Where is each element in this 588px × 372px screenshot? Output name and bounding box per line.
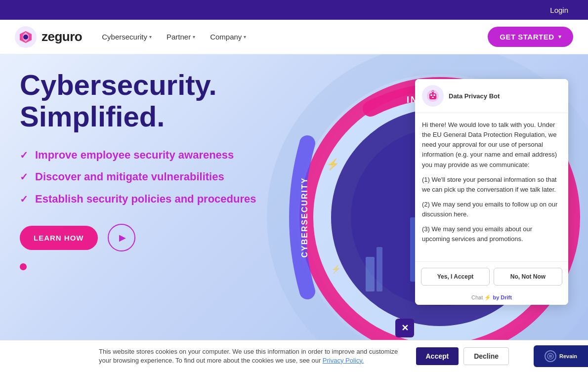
chat-accept-button[interactable]: Yes, I Accept	[421, 268, 490, 286]
nav-item-cybersecurity[interactable]: Cybersecurity ▾	[102, 33, 152, 41]
carousel-dot[interactable]	[20, 263, 27, 270]
revain-label: Revain	[559, 353, 577, 359]
svg-rect-29	[429, 93, 436, 99]
cookie-banner: This website stores cookies on your comp…	[0, 340, 588, 372]
drift-link[interactable]: by Drift	[493, 294, 512, 300]
logo-icon	[15, 26, 37, 48]
header: zeguro Cybersecurity ▾ Partner ▾ Company…	[0, 20, 588, 54]
feature-text-3: Establish security policies and procedur…	[35, 192, 256, 207]
hero-actions: LEARN HOW ▶	[20, 224, 306, 251]
svg-rect-32	[432, 97, 434, 98]
svg-rect-22	[366, 257, 375, 291]
feature-item-3: ✓ Establish security policies and proced…	[20, 192, 306, 207]
get-started-button[interactable]: GET STARTED ▾	[488, 27, 573, 47]
chat-point3: (3) We may send you emails about our upc…	[422, 224, 561, 244]
hero-title: Cybersecurity. Simplified.	[20, 69, 306, 132]
privacy-policy-link[interactable]: Privacy Policy.	[323, 357, 364, 364]
check-icon: ✓	[20, 171, 28, 183]
chat-bot-name: Data Privacy Bot	[449, 92, 500, 100]
chat-close-button[interactable]: ✕	[395, 319, 414, 337]
hero-features-list: ✓ Improve employee security awareness ✓ …	[20, 148, 306, 207]
learn-how-button[interactable]: LEARN HOW	[20, 226, 98, 250]
chevron-down-icon: ▾	[193, 34, 195, 40]
play-video-button[interactable]: ▶	[108, 224, 135, 251]
nav-item-company[interactable]: Company ▾	[210, 33, 246, 41]
close-icon: ✕	[401, 323, 409, 333]
chat-decline-button[interactable]: No, Not Now	[494, 268, 562, 286]
svg-text:⚡: ⚡	[331, 264, 341, 274]
revain-icon	[545, 350, 556, 362]
nav-item-partner[interactable]: Partner ▾	[167, 33, 195, 41]
revain-widget[interactable]: Revain	[534, 345, 588, 367]
feature-item-1: ✓ Improve employee security awareness	[20, 148, 306, 163]
feature-text-2: Discover and mitigate vulnerabilities	[35, 170, 224, 184]
svg-point-34	[432, 90, 434, 92]
chat-point2: (2) We may send you emails to follow up …	[422, 200, 561, 219]
chevron-down-icon: ▾	[149, 34, 152, 40]
chevron-down-icon: ▾	[558, 34, 562, 40]
lightning-icon: ⚡	[484, 294, 491, 300]
play-icon: ▶	[119, 232, 126, 243]
hero-content: Cybersecurity. Simplified. ✓ Improve emp…	[20, 69, 306, 272]
hero-section: INSURANCE CYBERSECURITY ⚡ ⚡ ⚡ ⚡ Cybersec…	[0, 54, 588, 372]
chat-header: Data Privacy Bot	[415, 79, 568, 113]
chat-powered-by: Chat ⚡ by Drift	[415, 291, 568, 305]
svg-rect-23	[377, 247, 382, 291]
svg-rect-31	[433, 94, 435, 96]
svg-point-1	[23, 35, 28, 40]
logo-text: zeguro	[42, 29, 82, 44]
cookie-accept-button[interactable]: Accept	[416, 347, 459, 365]
feature-item-2: ✓ Discover and mitigate vulnerabilities	[20, 170, 306, 184]
cookie-text: This website stores cookies on your comp…	[99, 347, 406, 365]
chat-body[interactable]: Hi there! We would love to talk with you…	[415, 113, 568, 261]
chevron-down-icon: ▾	[244, 34, 246, 40]
svg-rect-30	[430, 94, 432, 96]
bot-avatar-icon	[425, 88, 440, 103]
chat-point1: (1) We'll store your personal informatio…	[422, 175, 561, 195]
login-link[interactable]: Login	[550, 6, 568, 14]
chat-footer: Yes, I Accept No, Not Now	[415, 261, 568, 291]
chat-avatar	[422, 85, 444, 107]
top-bar: Login	[0, 0, 588, 20]
chat-widget: Data Privacy Bot Hi there! We would love…	[415, 79, 568, 305]
cookie-decline-button[interactable]: Decline	[463, 347, 509, 365]
svg-text:⚡: ⚡	[326, 158, 340, 171]
main-nav: Cybersecurity ▾ Partner ▾ Company ▾	[102, 33, 488, 41]
chat-intro: Hi there! We would love to talk with you…	[422, 120, 561, 170]
logo[interactable]: zeguro	[15, 26, 82, 48]
check-icon: ✓	[20, 149, 28, 161]
check-icon: ✓	[20, 193, 28, 205]
cookie-actions: Accept Decline	[416, 347, 509, 365]
feature-text-1: Improve employee security awareness	[35, 148, 234, 163]
